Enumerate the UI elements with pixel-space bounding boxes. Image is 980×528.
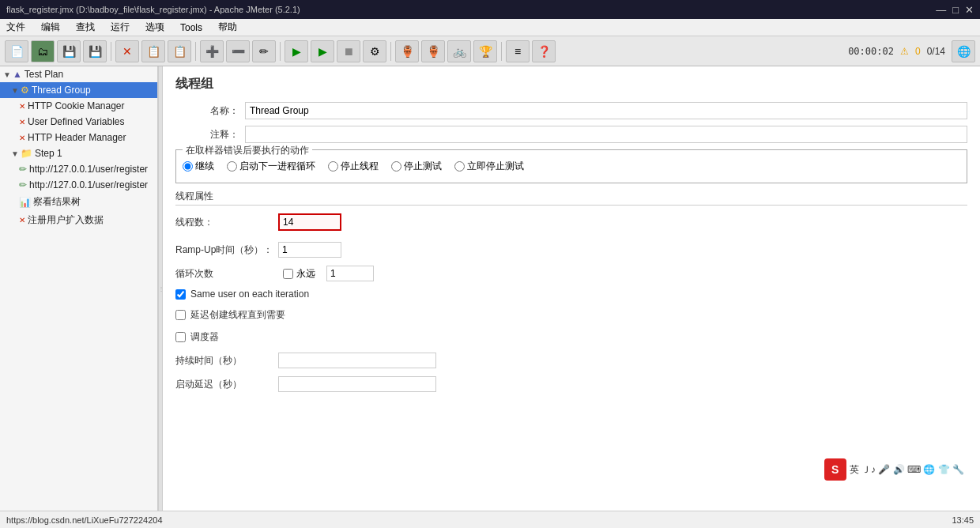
menu-item-文件[interactable]: 文件	[3, 20, 28, 35]
continue-option[interactable]: 继续	[183, 160, 214, 173]
name-input[interactable]	[245, 102, 967, 119]
save-as-button[interactable]: 💾	[83, 40, 107, 62]
http1-icon: ✏	[19, 164, 27, 175]
new-button[interactable]: 📄	[5, 40, 28, 62]
sidebar-item-http-cookie[interactable]: ✕ HTTP Cookie Manager	[0, 98, 157, 114]
same-user-label[interactable]: Same user on each iteration	[190, 289, 309, 300]
open-button[interactable]: 🗂	[31, 40, 55, 62]
status-time: 13:45	[952, 515, 974, 525]
menu-item-Tools[interactable]: Tools	[177, 21, 205, 34]
loop-forever-label[interactable]: 永远	[296, 267, 315, 281]
duration-input[interactable]	[278, 353, 436, 368]
page-title: 线程组	[175, 76, 967, 92]
stop-thread-option[interactable]: 停止线程	[328, 160, 379, 173]
http-cookie-icon: ✕	[19, 102, 25, 111]
menu-item-运行[interactable]: 运行	[107, 20, 133, 35]
result-tree-icon: 📊	[19, 197, 31, 208]
menu-item-帮助[interactable]: 帮助	[215, 20, 240, 35]
remove-button[interactable]: ➖	[226, 40, 250, 62]
sidebar-item-thread-group[interactable]: ▼ ⚙ Thread Group	[0, 82, 157, 98]
ramp-up-input[interactable]	[278, 242, 341, 258]
sidebar-item-test-plan[interactable]: ▼ ▲ Test Plan	[0, 66, 157, 82]
sidebar-item-http2[interactable]: ✏ http://127.0.0.1/user/register	[0, 177, 157, 193]
cut-button[interactable]: ✕	[115, 40, 139, 62]
menu-item-选项[interactable]: 选项	[142, 20, 168, 35]
duration-row: 持续时间（秒）	[175, 350, 967, 371]
title-bar: flask_register.jmx (D:\badboy_file\flask…	[0, 0, 980, 19]
continue-label: 继续	[195, 160, 214, 173]
scheduler-row: 调度器	[175, 328, 967, 346]
s-logo: S	[824, 458, 846, 481]
stop-button[interactable]: ⏹	[337, 40, 360, 62]
error-section: 在取样器错误后要执行的动作 继续 启动下一进程循环 停止线程 停止测试	[175, 149, 967, 183]
taskbar-icons: 英 Ｊ♪ 🎤 🔊 ⌨ 🌐 👕 🔧	[850, 463, 964, 477]
sep1	[111, 42, 111, 61]
main-layout: ▼ ▲ Test Plan ▼ ⚙ Thread Group ✕ HTTP Co…	[0, 66, 980, 511]
expand-icon-step1: ▼	[11, 149, 19, 158]
maximize-button[interactable]: □	[952, 4, 959, 16]
thread-group-icon: ⚙	[21, 85, 29, 96]
scheduler-label[interactable]: 调度器	[190, 330, 219, 344]
minimize-button[interactable]: —	[936, 4, 946, 16]
copy-button[interactable]: 📋	[141, 40, 165, 62]
sidebar-item-user-vars[interactable]: ✕ User Defined Variables	[0, 114, 157, 130]
delay-thread-checkbox[interactable]	[175, 310, 186, 320]
menu-item-编辑[interactable]: 编辑	[38, 20, 63, 35]
error-options-row: 继续 启动下一进程循环 停止线程 停止测试 立即停止测试	[183, 157, 960, 176]
clear-all-button[interactable]: 🏺	[421, 40, 445, 62]
stop-immediately-option[interactable]: 立即停止测试	[454, 160, 524, 173]
thread-count-input[interactable]	[278, 213, 341, 231]
log-viewer-button[interactable]: ≡	[506, 40, 530, 62]
http2-label: http://127.0.0.1/user/register	[29, 179, 148, 190]
toolbar-right: 00:00:02 ⚠ 0 0/14 🌐	[848, 40, 975, 62]
next-loop-radio[interactable]	[227, 161, 237, 172]
warn-icon: ⚠	[900, 46, 909, 57]
thread-count-row: 线程数：	[175, 210, 967, 234]
stop-test-option[interactable]: 停止测试	[391, 160, 442, 173]
sidebar-item-http1[interactable]: ✏ http://127.0.0.1/user/register	[0, 161, 157, 177]
stop-thread-radio[interactable]	[328, 161, 338, 172]
delay-thread-label[interactable]: 延迟创建线程直到需要	[190, 308, 285, 322]
ramp-up-row: Ramp-Up时间（秒）：	[175, 239, 967, 261]
run-button[interactable]: ▶	[285, 40, 308, 62]
startup-delay-input[interactable]	[278, 376, 436, 392]
stop-test-radio[interactable]	[391, 161, 401, 172]
next-loop-option[interactable]: 启动下一进程循环	[227, 160, 315, 173]
help-button[interactable]: ❓	[532, 40, 556, 62]
stop-immediately-radio[interactable]	[454, 161, 465, 172]
loop-label: 循环次数	[175, 267, 278, 281]
globe-button[interactable]: 🌐	[952, 40, 975, 62]
next-loop-label: 启动下一进程循环	[239, 160, 315, 173]
menu-item-查找[interactable]: 查找	[73, 20, 98, 35]
test-plan-label: Test Plan	[24, 69, 63, 80]
sidebar-item-step1[interactable]: ▼ 📁 Step 1	[0, 145, 157, 161]
thread-props-section: 线程属性 线程数： Ramp-Up时间（秒）： 循环次数 永远	[175, 190, 967, 394]
run-selected-button[interactable]: ▶	[311, 40, 334, 62]
loop-count-input[interactable]	[326, 266, 374, 281]
edit-button[interactable]: ✏	[252, 40, 276, 62]
add-button[interactable]: ➕	[200, 40, 224, 62]
user-vars-label: User Defined Variables	[28, 116, 125, 127]
result-tree-label: 察看结果树	[33, 195, 81, 209]
comment-row: 注释：	[175, 126, 967, 143]
search-button[interactable]: 🏆	[473, 40, 497, 62]
shutdown-button[interactable]: ⚙	[363, 40, 386, 62]
status-url: https://blog.csdn.net/LiXueFu727224204	[6, 515, 163, 525]
loop-forever-checkbox[interactable]	[283, 269, 293, 279]
clear-button[interactable]: 🏺	[395, 40, 419, 62]
stop-immediately-label: 立即停止测试	[467, 160, 524, 173]
continue-radio[interactable]	[183, 161, 193, 172]
sidebar-item-user-data[interactable]: ✕ 注册用户扩入数据	[0, 211, 157, 229]
scheduler-checkbox[interactable]	[175, 332, 186, 342]
thread-group-label: Thread Group	[32, 85, 91, 96]
http-header-label: HTTP Header Manager	[28, 132, 126, 143]
save-button[interactable]: 💾	[57, 40, 81, 62]
sidebar-item-http-header[interactable]: ✕ HTTP Header Manager	[0, 130, 157, 145]
functions-button[interactable]: 🚲	[447, 40, 471, 62]
same-user-checkbox[interactable]	[175, 289, 186, 300]
comment-input[interactable]	[245, 126, 967, 143]
close-button[interactable]: ✕	[965, 4, 974, 16]
expand-icon-thread: ▼	[11, 86, 19, 95]
sidebar-item-result-tree[interactable]: 📊 察看结果树	[0, 193, 157, 211]
paste-button[interactable]: 📋	[168, 40, 191, 62]
